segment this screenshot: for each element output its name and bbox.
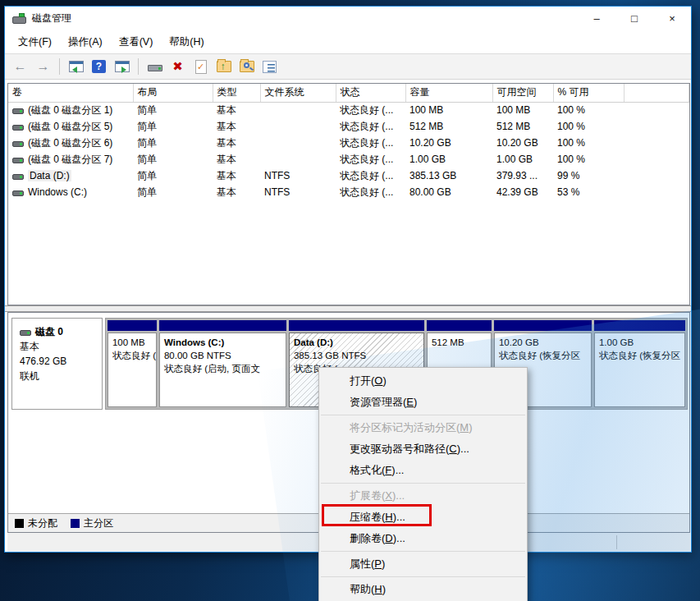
column-header-volume[interactable]: 卷 xyxy=(8,84,133,102)
menu-file[interactable]: 文件(F) xyxy=(10,32,60,53)
legend-primary-partition: 主分区 xyxy=(71,516,113,530)
menu-item-mark-partition-active: 将分区标记为活动分区(M) xyxy=(319,417,527,438)
drive-tool-button[interactable] xyxy=(144,57,165,76)
disk-icon xyxy=(20,328,31,336)
column-header-filler xyxy=(624,84,689,102)
menu-separator xyxy=(321,415,525,415)
column-header-type[interactable]: 类型 xyxy=(213,84,260,102)
volume-icon xyxy=(12,139,24,147)
help-button[interactable]: ? xyxy=(89,57,109,76)
volume-context-menu: 打开(O) 资源管理器(E) 将分区标记为活动分区(M) 更改驱动器号和路径(C… xyxy=(318,367,528,601)
back-icon: ← xyxy=(14,59,27,74)
disk-0-info-panel[interactable]: 磁盘 0 基本 476.92 GB 联机 xyxy=(11,318,103,410)
help-icon: ? xyxy=(92,60,106,73)
desktop-background: 磁盘管理 – □ × 文件(F) 操作(A) 查看(V) 帮助(H) ← → ?… xyxy=(0,0,700,601)
show-action-pane-button[interactable] xyxy=(112,57,132,76)
volume-icon xyxy=(12,122,24,131)
column-header-layout[interactable]: 布局 xyxy=(133,84,213,102)
partition-color-band xyxy=(108,320,157,331)
partition-color-band xyxy=(494,320,592,331)
column-header-status[interactable]: 状态 xyxy=(336,84,405,102)
pane-splitter[interactable] xyxy=(5,305,691,312)
partition-100mb[interactable]: 100 MB 状态良好 ( xyxy=(108,320,157,407)
disk-size: 476.92 GB xyxy=(20,354,94,369)
disk-name: 磁盘 0 xyxy=(35,326,63,337)
check-document-button[interactable]: ✓ xyxy=(190,57,211,76)
menu-help[interactable]: 帮助(H) xyxy=(161,32,212,53)
volume-list-header: 卷 布局 类型 文件系统 状态 容量 可用空间 % 可用 xyxy=(8,84,689,102)
menu-separator xyxy=(321,576,525,577)
window-title: 磁盘管理 xyxy=(32,11,71,25)
menu-action[interactable]: 操作(A) xyxy=(60,32,111,53)
folder-up-icon: ↑ xyxy=(217,61,231,72)
column-header-capacity[interactable]: 容量 xyxy=(405,84,492,102)
folder-up-button[interactable]: ↑ xyxy=(213,57,234,76)
menu-item-shrink-volume[interactable]: 压缩卷(H)... xyxy=(319,507,527,528)
volume-icon xyxy=(12,188,24,196)
primary-partition-swatch xyxy=(71,519,80,528)
legend-unallocated: 未分配 xyxy=(15,516,57,530)
status-strip-divider xyxy=(616,535,617,549)
delete-icon: ✖ xyxy=(172,59,183,74)
menu-separator xyxy=(321,551,525,552)
folder-search-button[interactable] xyxy=(236,57,257,76)
menu-item-open[interactable]: 打开(O) xyxy=(319,370,527,392)
menu-bar: 文件(F) 操作(A) 查看(V) 帮助(H) xyxy=(5,30,691,53)
maximize-button[interactable]: □ xyxy=(615,7,653,30)
partition-color-band xyxy=(289,320,424,331)
partition-color-band xyxy=(594,320,685,331)
unallocated-swatch xyxy=(15,519,24,528)
partition-windows-c[interactable]: Windows (C:) 80.00 GB NTFS 状态良好 (启动, 页面文 xyxy=(159,320,286,407)
task-list-icon xyxy=(263,61,277,73)
menu-view[interactable]: 查看(V) xyxy=(111,32,162,53)
task-list-button[interactable] xyxy=(259,57,280,76)
table-row[interactable]: (磁盘 0 磁盘分区 5) 简单 基本 状态良好 (... 512 MB 512… xyxy=(8,118,689,135)
menu-item-help[interactable]: 帮助(H) xyxy=(319,579,527,600)
menu-item-format[interactable]: 格式化(F)... xyxy=(319,460,527,481)
volume-icon xyxy=(12,155,24,163)
action-pane-icon xyxy=(115,61,130,72)
table-row[interactable]: (磁盘 0 磁盘分区 7) 简单 基本 状态良好 (... 1.00 GB 1.… xyxy=(8,151,689,167)
toolbar-separator xyxy=(59,58,60,75)
console-tree-icon xyxy=(69,61,84,72)
table-row-data-d[interactable]: Data (D:) 简单 基本 NTFS 状态良好 (... 385.13 GB… xyxy=(8,167,689,184)
disk-type: 基本 xyxy=(20,339,94,354)
table-row[interactable]: (磁盘 0 磁盘分区 6) 简单 基本 状态良好 (... 10.20 GB 1… xyxy=(8,135,689,151)
menu-item-change-drive-letter[interactable]: 更改驱动器号和路径(C)... xyxy=(319,438,527,460)
partition-color-band xyxy=(427,320,492,331)
disk-status: 联机 xyxy=(20,369,94,383)
forward-icon: → xyxy=(37,59,50,74)
disk-management-app-icon xyxy=(12,13,26,24)
menu-item-delete-volume[interactable]: 删除卷(D)... xyxy=(319,528,527,549)
partition-1gb-recovery[interactable]: 1.00 GB 状态良好 (恢复分区 xyxy=(594,320,685,407)
back-button[interactable]: ← xyxy=(10,57,30,76)
column-header-free-space[interactable]: 可用空间 xyxy=(492,84,553,102)
menu-item-properties[interactable]: 属性(P) xyxy=(319,553,527,575)
partition-color-band xyxy=(159,320,286,331)
column-header-percent-free[interactable]: % 可用 xyxy=(553,84,624,102)
menu-item-extend-volume: 扩展卷(X)... xyxy=(319,485,527,507)
delete-button[interactable]: ✖ xyxy=(167,57,188,76)
check-document-icon: ✓ xyxy=(195,60,207,74)
show-console-tree-button[interactable] xyxy=(66,57,86,76)
table-row[interactable]: (磁盘 0 磁盘分区 1) 简单 基本 状态良好 (... 100 MB 100… xyxy=(8,102,689,118)
menu-separator xyxy=(321,483,525,484)
folder-search-icon xyxy=(240,61,254,72)
volume-icon xyxy=(12,172,24,180)
forward-button[interactable]: → xyxy=(33,57,53,76)
title-bar: 磁盘管理 – □ × xyxy=(5,7,691,30)
close-button[interactable]: × xyxy=(653,7,691,30)
drive-icon xyxy=(148,62,162,71)
table-row-windows-c[interactable]: Windows (C:) 简单 基本 NTFS 状态良好 (... 80.00 … xyxy=(8,184,689,200)
column-header-filesystem[interactable]: 文件系统 xyxy=(260,84,336,102)
toolbar: ← → ? ✖ ✓ ↑ xyxy=(5,53,691,80)
volume-list-pane: 卷 布局 类型 文件系统 状态 容量 可用空间 % 可用 (磁盘 0 磁盘分区 … xyxy=(7,83,690,305)
minimize-button[interactable]: – xyxy=(578,7,615,30)
volume-icon xyxy=(12,106,24,114)
window-controls: – □ × xyxy=(578,7,691,30)
toolbar-separator xyxy=(138,58,139,75)
menu-item-explorer[interactable]: 资源管理器(E) xyxy=(319,392,527,413)
